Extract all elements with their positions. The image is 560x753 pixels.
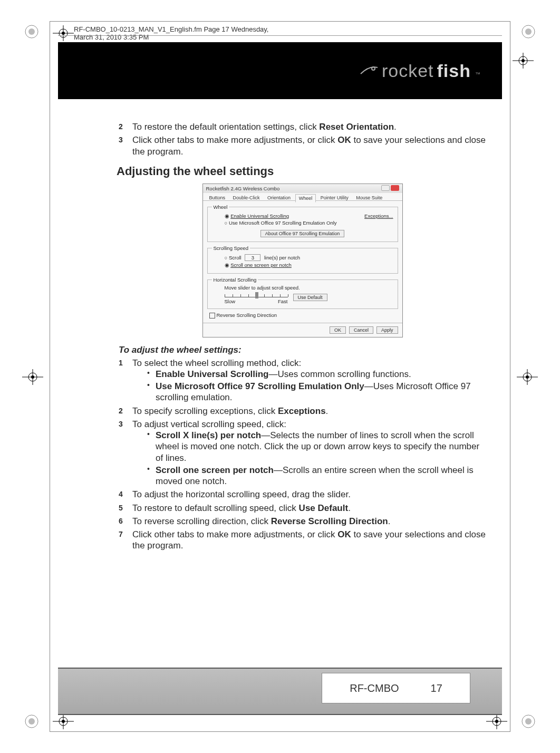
step-2: 2 To specify scrolling exceptions, click… (119, 406, 486, 417)
bullet-scroll-lines: Scroll X line(s) per notch—Selects the n… (147, 430, 486, 464)
lines-per-notch-input[interactable]: 3 (245, 254, 260, 261)
step-1: 1 To select the wheel scrolling method, … (119, 358, 486, 403)
tab-orientation[interactable]: Orientation (264, 194, 294, 201)
step-number: 3 (119, 136, 123, 145)
tab-pointer-utility[interactable]: Pointer Utility (317, 194, 352, 201)
section-heading: Adjusting the wheel settings (117, 165, 486, 178)
reverse-scrolling-checkbox[interactable]: Reverse Scrolling Direction (209, 312, 396, 318)
header-meta: RF-CMBO_10-0213_MAN_V1_English.fm Page 1… (74, 25, 286, 41)
rocketfish-logo: rocketfish™ (360, 61, 481, 81)
cancel-button[interactable]: Cancel (349, 326, 373, 334)
ui-ref-reverse-scrolling: Reverse Scrolling Direction (271, 516, 388, 526)
lines-suffix: line(s) per notch (264, 255, 300, 260)
step-3: 3 To adjust vertical scrolling speed, cl… (119, 419, 486, 487)
ui-ref-scroll-x-lines: Scroll X line(s) per notch (156, 430, 261, 440)
ui-ref-scroll-one-screen: Scroll one screen per notch (156, 465, 274, 475)
radio-scroll-screen[interactable]: ◉ Scroll one screen per notch (225, 262, 393, 268)
registration-mark-icon (22, 369, 43, 385)
bullet-office97: Use Microsoft Office 97 Scrolling Emulat… (147, 381, 486, 403)
step-number: 1 (119, 359, 123, 368)
radio-enable-universal[interactable]: ◉ Enable Universal Scrolling (225, 213, 337, 219)
window-buttons[interactable] (380, 185, 399, 192)
step-text: To select the wheel scrolling method, cl… (132, 358, 301, 368)
step-number: 2 (119, 122, 123, 132)
screenshot-wheel-dialog: Rocketfish 2.4G Wireless Combo Buttons D… (202, 184, 403, 337)
ui-ref-enable-universal: Enable Universal Scrolling (156, 369, 268, 379)
ui-ref-office97: Use Microsoft Office 97 Scrolling Emulat… (156, 381, 364, 391)
step-number: 7 (119, 530, 123, 539)
corner-ornament-bl (21, 711, 42, 732)
group-scrolling-speed: Scrolling Speed ○ Scroll 3 line(s) per n… (207, 245, 398, 274)
help-icon[interactable] (381, 185, 390, 191)
tab-double-click[interactable]: Double-Click (230, 194, 263, 201)
horiz-hint: Move slider to adjust scroll speed. (225, 285, 393, 291)
svg-point-23 (526, 375, 529, 379)
step-5: 5 To restore to default scrolling speed,… (119, 503, 486, 514)
step-number: 4 (119, 490, 123, 499)
group-wheel-legend: Wheel (212, 204, 229, 210)
step-text: To restore the default orientation setti… (132, 122, 319, 132)
step-7: 7 Click other tabs to make more adjustme… (119, 529, 486, 552)
corner-ornament-br (518, 711, 539, 732)
ok-button[interactable]: OK (330, 326, 346, 334)
svg-point-32 (372, 67, 375, 70)
checkbox-icon[interactable] (209, 313, 215, 318)
step-text: Click other tabs to make more adjustment… (132, 135, 337, 145)
exceptions-link[interactable]: Exceptions... (364, 213, 393, 219)
footer-model: RF-CMBO (350, 682, 399, 694)
dialog-tabs[interactable]: Buttons Double-Click Orientation Wheel P… (203, 193, 402, 201)
ui-ref-ok: OK (337, 135, 351, 145)
footer-box: RF-CMBO 17 (322, 673, 470, 703)
dialog-title: Rocketfish 2.4G Wireless Combo (206, 186, 280, 191)
horizontal-speed-slider[interactable] (225, 291, 288, 297)
radio-scroll-lines[interactable]: ○ Scroll 3 line(s) per notch (225, 254, 393, 261)
svg-point-1 (28, 28, 35, 35)
pre-step-3: 3 Click other tabs to make more adjustme… (119, 134, 486, 157)
ui-ref-ok: OK (337, 529, 351, 539)
bullet-enable-universal: Enable Universal Scrolling—Uses common s… (147, 369, 486, 380)
group-scrolling-speed-legend: Scrolling Speed (212, 245, 250, 251)
tab-mouse-suite[interactable]: Mouse Suite (353, 194, 385, 201)
content-area: 2 To restore the default orientation set… (119, 121, 486, 554)
tab-wheel[interactable]: Wheel (295, 194, 316, 202)
apply-button[interactable]: Apply (376, 326, 398, 334)
footer-band: RF-CMBO 17 (58, 668, 502, 715)
about-office97-button[interactable]: About Office 97 Scrolling Emulation (260, 230, 344, 237)
ui-ref-reset-orientation: Reset Orientation (319, 122, 394, 132)
use-default-button[interactable]: Use Default (293, 294, 327, 301)
step-6: 6 To reverse scrolling direction, click … (119, 516, 486, 527)
step-number: 5 (119, 504, 123, 513)
brand-banner: rocketfish™ (58, 42, 502, 99)
procedure-heading: To adjust the wheel settings: (119, 345, 486, 355)
logo-tm: ™ (475, 71, 481, 77)
svg-point-19 (31, 375, 34, 379)
corner-ornament-tr (518, 21, 539, 42)
svg-point-15 (522, 59, 525, 62)
step-4: 4 To adjust the horizontal scrolling spe… (119, 489, 486, 500)
slider-fast-label: Fast (278, 298, 287, 304)
group-horizontal-legend: Horizontal Scrolling (212, 277, 258, 283)
pre-step-2: 2 To restore the default orientation set… (119, 121, 486, 132)
slider-slow-label: Slow (225, 298, 236, 304)
ui-ref-exceptions: Exceptions (278, 406, 326, 416)
step-number: 6 (119, 517, 123, 526)
header-rule (58, 35, 502, 36)
footer-page: 17 (431, 682, 442, 694)
step-number: 2 (119, 407, 123, 416)
logo-suffix: fish (437, 61, 471, 81)
group-wheel: Wheel ◉ Enable Universal Scrolling ○ Use… (207, 204, 398, 242)
bullet-scroll-screen: Scroll one screen per notch—Scrolls an e… (147, 465, 486, 487)
svg-point-3 (525, 28, 532, 35)
step-number: 3 (119, 420, 123, 429)
tab-buttons[interactable]: Buttons (206, 194, 229, 201)
registration-mark-icon (517, 369, 538, 385)
rocketfish-logo-icon (360, 63, 379, 78)
step-text-tail: . (394, 122, 397, 132)
registration-mark-icon (513, 53, 534, 69)
radio-office97[interactable]: ○ Use Microsoft Office 97 Scrolling Emul… (225, 220, 337, 226)
svg-point-5 (28, 718, 35, 725)
svg-point-7 (525, 718, 532, 725)
close-icon[interactable] (391, 185, 399, 191)
group-horizontal-scrolling: Horizontal Scrolling Move slider to adju… (207, 277, 398, 309)
logo-prefix: rocket (382, 61, 434, 81)
